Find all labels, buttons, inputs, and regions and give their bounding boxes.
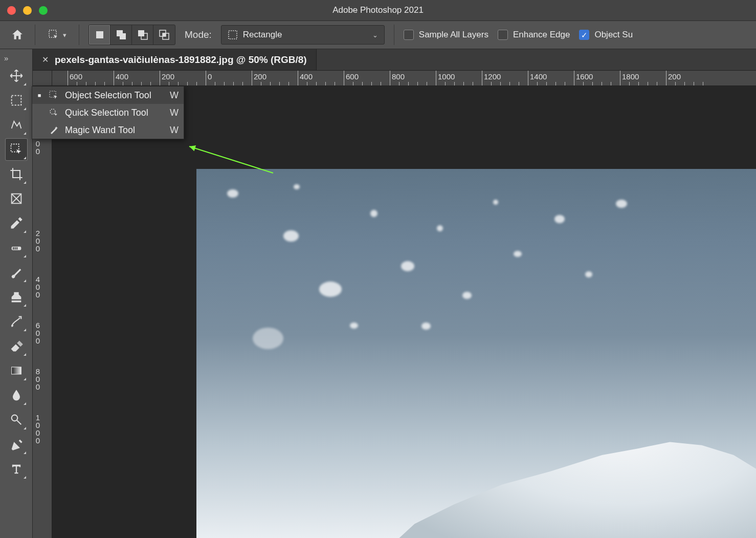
ruler-h-label: 200 — [254, 72, 266, 81]
frame-tool[interactable] — [5, 187, 28, 210]
ruler-v-label: 1 0 0 0 — [34, 414, 41, 444]
ruler-h-label: 400 — [116, 72, 128, 81]
checkbox-checked[interactable] — [579, 30, 589, 40]
ruler-h-label: 800 — [392, 72, 405, 81]
crop-tool[interactable] — [5, 163, 28, 185]
divider — [35, 25, 35, 45]
selection-mode-group — [88, 25, 175, 45]
rectangle-marquee-icon — [228, 30, 238, 40]
flyout-item-label: Magic Wand Tool — [65, 125, 165, 136]
flyout-item-shortcut: W — [170, 90, 179, 101]
image-mountain — [383, 390, 756, 538]
ruler-h-label: 600 — [70, 72, 82, 81]
mode-label: Mode: — [185, 29, 212, 40]
dodge-tool[interactable] — [5, 408, 28, 431]
object-selection-icon — [48, 90, 60, 100]
ruler-h-label: 600 — [346, 72, 359, 81]
clone-stamp-tool[interactable] — [5, 286, 28, 308]
subtract-from-selection-button[interactable] — [132, 25, 153, 45]
app-title-wrap: Adobe Photoshop 2021 — [0, 5, 756, 15]
ruler-h-label: 200 — [668, 72, 681, 81]
ruler-h-label: 1000 — [438, 72, 455, 81]
document-tab-title: pexels-gantas-vaičiulėnas-1891882.jpg @ … — [55, 54, 307, 66]
options-bar: ▾ Mode: Rectangle ⌄ Sample All Layers En… — [0, 20, 756, 49]
pen-tool[interactable] — [5, 433, 28, 456]
ruler-h-label: 200 — [162, 72, 174, 81]
svg-rect-9 — [229, 31, 237, 39]
flyout-item-quick-selection[interactable]: Quick Selection Tool W — [32, 104, 184, 121]
document-tab-bar: ✕ pexels-gantas-vaičiulėnas-1891882.jpg … — [33, 49, 756, 71]
svg-rect-3 — [120, 33, 126, 39]
ruler-v-label: 8 0 0 — [34, 368, 41, 391]
type-tool[interactable] — [5, 458, 28, 480]
ruler-horizontal[interactable]: 6004002000200400600800100012001400160018… — [52, 71, 756, 86]
healing-brush-tool[interactable] — [5, 236, 28, 259]
current-tool-chip[interactable]: ▾ — [45, 27, 70, 43]
ruler-h-label: 1800 — [622, 72, 639, 81]
ruler-corner — [33, 71, 52, 86]
svg-rect-16 — [16, 247, 17, 250]
checkbox-unchecked[interactable] — [498, 30, 508, 40]
mode-dropdown[interactable]: Rectangle ⌄ — [221, 25, 385, 45]
chevron-down-icon: ⌄ — [372, 31, 378, 39]
intersect-selection-button[interactable] — [153, 25, 175, 45]
collapse-tools-icon[interactable]: » — [0, 52, 32, 63]
svg-rect-10 — [11, 96, 21, 105]
ruler-h-label: 400 — [300, 72, 313, 81]
enhance-edge-option[interactable]: Enhance Edge — [498, 30, 570, 40]
divider — [394, 25, 394, 45]
sample-all-layers-option[interactable]: Sample All Layers — [404, 30, 488, 40]
app-title: Adobe Photoshop 2021 — [332, 5, 424, 15]
svg-rect-17 — [11, 367, 21, 374]
flyout-item-magic-wand[interactable]: Magic Wand Tool W — [32, 121, 184, 139]
ruler-v-label: 6 0 0 — [34, 321, 41, 345]
flyout-item-shortcut: W — [170, 107, 179, 118]
canvas-image — [196, 169, 756, 538]
ruler-h-label: 1200 — [484, 72, 501, 81]
eraser-tool[interactable] — [5, 335, 28, 357]
canvas-viewport[interactable] — [52, 86, 756, 538]
svg-rect-15 — [14, 247, 15, 250]
flyout-item-shortcut: W — [170, 125, 179, 136]
ruler-v-label: 2 0 0 — [34, 229, 41, 252]
marquee-tool[interactable] — [5, 89, 28, 112]
flyout-item-object-selection[interactable]: ■ Object Selection Tool W — [32, 87, 184, 104]
close-tab-icon[interactable]: ✕ — [42, 55, 49, 64]
object-subtract-label: Object Su — [594, 30, 633, 40]
chevron-down-icon: ▾ — [63, 31, 66, 39]
svg-rect-1 — [96, 31, 103, 38]
enhance-edge-label: Enhance Edge — [513, 30, 570, 40]
lasso-tool[interactable] — [5, 114, 28, 136]
svg-rect-8 — [163, 33, 166, 36]
new-selection-button[interactable] — [89, 25, 110, 45]
object-selection-tool[interactable] — [5, 138, 28, 161]
divider — [79, 25, 79, 45]
object-selection-icon — [48, 29, 60, 41]
ruler-h-label: 1600 — [576, 72, 593, 81]
sample-all-layers-label: Sample All Layers — [419, 30, 488, 40]
object-subtract-option[interactable]: Object Su — [579, 30, 633, 40]
tool-flyout-menu: ■ Object Selection Tool W Quick Selectio… — [32, 86, 184, 139]
ruler-h-label: 1400 — [530, 72, 547, 81]
brush-tool[interactable] — [5, 261, 28, 284]
checkbox-unchecked[interactable] — [404, 30, 414, 40]
document-tab[interactable]: ✕ pexels-gantas-vaičiulėnas-1891882.jpg … — [33, 49, 317, 70]
mode-value: Rectangle — [243, 30, 282, 40]
history-brush-tool[interactable] — [5, 310, 28, 333]
quick-selection-icon — [48, 107, 60, 118]
gradient-tool[interactable] — [5, 359, 28, 382]
ruler-vertical[interactable]: 0 02 0 02 0 04 0 06 0 08 0 01 0 0 0 — [33, 86, 52, 538]
flyout-item-label: Quick Selection Tool — [65, 107, 165, 118]
active-bullet-icon: ■ — [36, 92, 42, 98]
add-to-selection-button[interactable] — [110, 25, 132, 45]
magic-wand-icon — [48, 125, 60, 135]
ruler-v-label: 4 0 0 — [34, 275, 41, 298]
blur-tool[interactable] — [5, 384, 28, 406]
move-tool[interactable] — [5, 64, 28, 87]
ruler-h-label: 0 — [208, 72, 212, 81]
home-button[interactable] — [9, 27, 26, 43]
svg-rect-14 — [13, 247, 14, 250]
eyedropper-tool[interactable] — [5, 212, 28, 234]
titlebar: Adobe Photoshop 2021 — [0, 0, 756, 20]
flyout-item-label: Object Selection Tool — [65, 90, 165, 101]
